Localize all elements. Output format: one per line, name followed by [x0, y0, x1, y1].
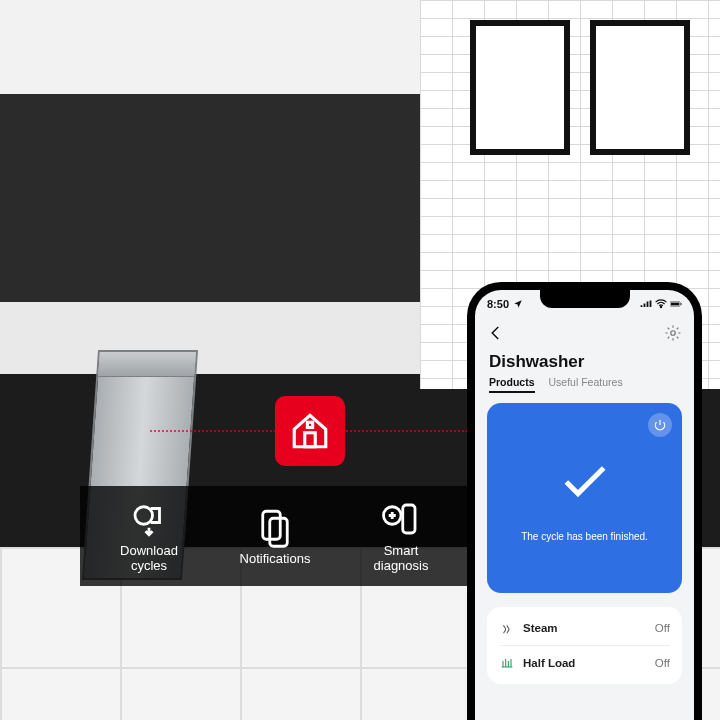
- card-message: The cycle has been finished.: [521, 531, 648, 542]
- screen-header: [475, 318, 694, 352]
- feature-label: Smart diagnosis: [374, 544, 429, 574]
- phone-notch: [540, 290, 630, 308]
- svg-rect-10: [671, 303, 679, 306]
- steam-icon: [499, 620, 515, 636]
- page-title: Dishwasher: [489, 352, 680, 372]
- half-load-icon: [499, 655, 515, 671]
- status-time: 8:50: [487, 298, 509, 310]
- location-icon: [512, 299, 524, 309]
- option-value: Off: [655, 657, 670, 669]
- option-name: Steam: [523, 622, 558, 634]
- status-card[interactable]: The cycle has been finished.: [487, 403, 682, 593]
- home-icon: [289, 410, 331, 452]
- back-button[interactable]: [487, 324, 505, 346]
- phone-screen: 8:50 Dishwasher Products Useful Featu: [475, 290, 694, 720]
- title-row: Dishwasher: [475, 352, 694, 376]
- feature-notifications: Notifications: [215, 506, 335, 567]
- tab-products[interactable]: Products: [489, 376, 535, 393]
- option-half-load[interactable]: Half Load Off: [499, 646, 670, 680]
- power-icon: [653, 418, 667, 432]
- options-panel: Steam Off Half Load Off: [487, 607, 682, 684]
- svg-rect-1: [307, 422, 312, 427]
- svg-rect-5: [403, 505, 415, 533]
- svg-rect-4: [270, 518, 288, 546]
- gear-icon: [664, 324, 682, 342]
- download-cycles-icon: [128, 498, 170, 540]
- feature-download-cycles: Download cycles: [89, 498, 209, 574]
- signal-icon: [640, 299, 652, 309]
- feature-smart-diagnosis: Smart diagnosis: [341, 498, 461, 574]
- wifi-icon: [655, 299, 667, 309]
- svg-rect-0: [305, 433, 316, 447]
- tabs: Products Useful Features: [475, 376, 694, 403]
- svg-point-7: [660, 306, 661, 307]
- svg-rect-9: [681, 303, 682, 305]
- svg-point-11: [671, 331, 676, 336]
- feature-strip: Download cycles Notifications Smart diag…: [80, 486, 470, 586]
- arrow-left-icon: [487, 324, 505, 342]
- feature-label: Download cycles: [120, 544, 178, 574]
- phone-frame: 8:50 Dishwasher Products Useful Featu: [467, 282, 702, 720]
- option-value: Off: [655, 622, 670, 634]
- settings-button[interactable]: [664, 324, 682, 346]
- smart-diagnosis-icon: [380, 498, 422, 540]
- option-steam[interactable]: Steam Off: [499, 611, 670, 646]
- checkmark-icon: [557, 454, 613, 517]
- tab-useful-features[interactable]: Useful Features: [549, 376, 623, 393]
- notifications-icon: [254, 506, 296, 548]
- picture-frame-2: [590, 20, 690, 155]
- thinq-app-icon[interactable]: [275, 396, 345, 466]
- power-button[interactable]: [648, 413, 672, 437]
- svg-point-2: [135, 507, 153, 525]
- feature-label: Notifications: [240, 552, 311, 567]
- svg-rect-3: [263, 511, 281, 539]
- option-name: Half Load: [523, 657, 575, 669]
- picture-frame-1: [470, 20, 570, 155]
- battery-icon: [670, 299, 682, 309]
